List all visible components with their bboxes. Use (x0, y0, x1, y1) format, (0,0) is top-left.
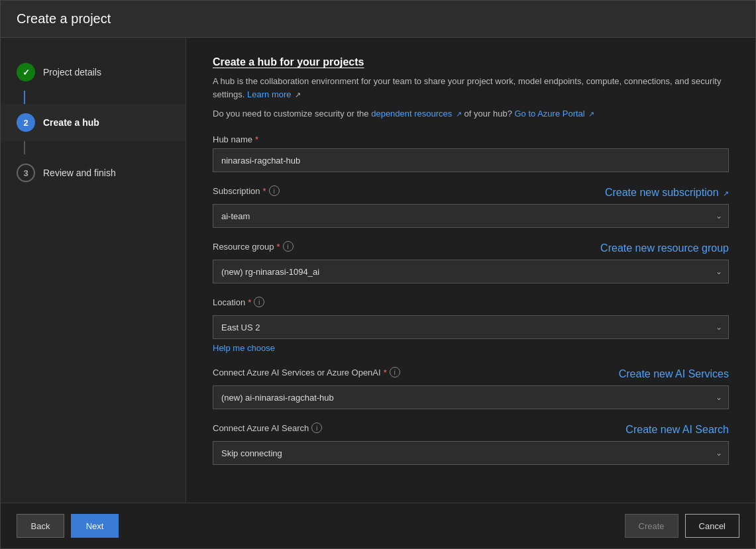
hub-name-input[interactable] (213, 148, 729, 172)
step-label-review-finish: Review and finish (43, 168, 116, 178)
main-content: Create a hub for your projects A hub is … (186, 38, 755, 503)
subscription-info-icon[interactable]: i (269, 185, 280, 196)
resource-group-group: Resource group * i Create new resource g… (213, 241, 729, 283)
step-label-create-hub: Create a hub (43, 117, 99, 128)
ai-services-select[interactable]: (new) ai-ninarasi-ragchat-hub (213, 385, 729, 409)
create-new-ai-services-link[interactable]: Create new AI Services (619, 368, 729, 380)
create-button[interactable]: Create (625, 514, 678, 538)
footer-left: Back Next (17, 514, 119, 538)
learn-more-link[interactable]: Learn more (247, 89, 291, 99)
sidebar-item-project-details[interactable]: ✓ Project details (1, 54, 186, 91)
subscription-required: * (263, 186, 266, 196)
azure-portal-external-icon: ↗ (588, 110, 594, 118)
ai-services-select-wrapper: (new) ai-ninarasi-ragchat-hub ⌄ (213, 385, 729, 409)
step-icon-3: 3 (17, 164, 35, 182)
resource-group-select[interactable]: (new) rg-ninarasi-1094_ai (213, 260, 729, 283)
step-label-project-details: Project details (43, 67, 101, 77)
resource-group-label: Resource group * i (213, 241, 294, 252)
location-info-icon[interactable]: i (254, 297, 264, 307)
location-select-wrapper: East US 2 ⌄ (213, 315, 729, 339)
ai-search-label: Connect Azure AI Search i (213, 423, 322, 433)
step-connector-2 (24, 141, 25, 154)
next-button[interactable]: Next (71, 514, 119, 538)
cancel-button[interactable]: Cancel (685, 514, 739, 538)
location-group: Location * i East US 2 ⌄ Help me choose (213, 297, 729, 354)
location-label: Location * i (213, 297, 264, 307)
dialog-body: ✓ Project details 2 Create a hub 3 Re (1, 38, 755, 503)
ai-search-select-wrapper: Skip connecting ⌄ (213, 441, 729, 465)
learn-more-external-icon: ↗ (295, 91, 301, 99)
subscription-header: Subscription * i Create new subscription… (213, 185, 729, 200)
dialog-title: Create a project (17, 11, 739, 26)
create-project-dialog: Create a project ✓ Project details 2 Cre… (0, 0, 756, 549)
create-new-subscription-link[interactable]: Create new subscription ↗ (605, 187, 729, 199)
dependent-question: Do you need to customize security or the… (213, 109, 729, 119)
subscription-select[interactable]: ai-team (213, 204, 729, 228)
location-header: Location * i (213, 297, 729, 311)
section-description: A hub is the collaboration environment f… (213, 75, 729, 101)
resource-group-info-icon[interactable]: i (283, 241, 294, 252)
subscription-group: Subscription * i Create new subscription… (213, 185, 729, 228)
subscription-external-icon: ↗ (723, 189, 729, 197)
location-select[interactable]: East US 2 (213, 315, 729, 339)
hub-name-group: Hub name * (213, 134, 729, 172)
ai-services-header: Connect Azure AI Services or Azure OpenA… (213, 367, 729, 381)
dependent-resources-external-icon: ↗ (456, 110, 462, 118)
step-connector-1 (24, 91, 25, 104)
sidebar: ✓ Project details 2 Create a hub 3 Re (1, 38, 186, 503)
sidebar-item-review-finish[interactable]: 3 Review and finish (1, 154, 186, 191)
ai-services-required: * (384, 368, 387, 377)
checkmark-icon: ✓ (23, 68, 30, 77)
ai-search-info-icon[interactable]: i (311, 423, 322, 433)
resource-group-required: * (277, 242, 280, 252)
footer-right: Create Cancel (625, 514, 740, 538)
dialog-header: Create a project (1, 1, 755, 38)
azure-portal-link[interactable]: Go to Azure Portal ↗ (515, 109, 595, 119)
ai-search-group: Connect Azure AI Search i Create new AI … (213, 423, 729, 465)
dependent-resources-link[interactable]: dependent resources ↗ (371, 109, 462, 119)
sidebar-item-create-hub[interactable]: 2 Create a hub (1, 104, 186, 141)
subscription-select-wrapper: ai-team ⌄ (213, 204, 729, 228)
resource-group-select-wrapper: (new) rg-ninarasi-1094_ai ⌄ (213, 260, 729, 283)
ai-search-header: Connect Azure AI Search i Create new AI … (213, 423, 729, 437)
hub-name-label: Hub name * (213, 134, 729, 144)
section-title: Create a hub for your projects (213, 56, 729, 68)
ai-search-select[interactable]: Skip connecting (213, 441, 729, 465)
ai-services-label: Connect Azure AI Services or Azure OpenA… (213, 367, 400, 377)
back-button[interactable]: Back (17, 514, 64, 538)
step-number-2: 2 (23, 118, 28, 128)
hub-name-required: * (255, 134, 258, 144)
resource-group-header: Resource group * i Create new resource g… (213, 241, 729, 256)
create-new-ai-search-link[interactable]: Create new AI Search (625, 424, 729, 436)
location-required: * (248, 297, 251, 307)
dialog-footer: Back Next Create Cancel (1, 503, 755, 548)
step-number-3: 3 (23, 168, 28, 178)
help-me-choose-link[interactable]: Help me choose (213, 343, 275, 353)
create-new-resource-group-link[interactable]: Create new resource group (600, 242, 729, 254)
ai-services-group: Connect Azure AI Services or Azure OpenA… (213, 367, 729, 409)
ai-services-info-icon[interactable]: i (390, 367, 400, 377)
step-icon-1: ✓ (17, 63, 35, 81)
step-icon-2: 2 (17, 113, 35, 132)
subscription-label: Subscription * i (213, 185, 280, 196)
